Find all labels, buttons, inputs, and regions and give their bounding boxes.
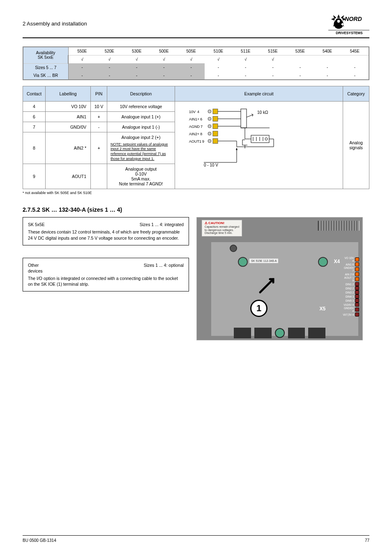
svg-rect-14 (213, 116, 218, 121)
terminal-label: DIN5 3 (342, 299, 354, 302)
avail-cell: - (123, 63, 150, 72)
pin-cell (91, 164, 107, 189)
table-header: PIN (91, 86, 107, 101)
avail-cell: - (96, 63, 123, 72)
svg-point-11 (208, 132, 211, 135)
desc-line: Analogue output (125, 166, 157, 171)
svg-text:AIN2+8: AIN2+8 (189, 132, 202, 136)
box-left-label: Other devices (28, 262, 43, 274)
svg-text:AIN1+6: AIN1+6 (189, 117, 202, 121)
avail-check (314, 56, 341, 64)
terminal-label: GND/0V 4 (342, 307, 354, 312)
avail-cell: - (286, 63, 314, 72)
avail-cell: - (314, 72, 341, 80)
terminal-label: AIN 2 8 (342, 273, 354, 276)
avail-cell: - (96, 72, 123, 80)
avail-cell: - (314, 63, 341, 72)
svg-rect-15 (213, 124, 218, 129)
terminal-label: DIN4 3 (342, 295, 354, 298)
logo-text-bottom: DRIVESYSTEMS (336, 31, 363, 35)
pin-cell: + (91, 111, 107, 122)
table-header: Category (343, 86, 369, 101)
avail-check: √ (150, 56, 178, 64)
avail-cell: - (68, 63, 96, 72)
contact-cell: 9 (23, 164, 46, 189)
box-right-text: integrated (164, 222, 184, 227)
contact-cell: 8 (23, 132, 46, 164)
avail-cell: - (232, 72, 259, 80)
avail-cell: - (150, 72, 178, 80)
screw-icon (275, 328, 285, 338)
avail-cell: - (259, 63, 286, 72)
box-body: The I/O option is integrated or connecte… (28, 275, 184, 287)
desc-line: 0-10V (135, 171, 147, 176)
avail-cell: - (178, 72, 205, 80)
arrow-icon (258, 274, 278, 294)
svg-rect-16 (213, 131, 218, 136)
desc-cell: Analogue input 2 (+) NOTE: setpoint valu… (107, 132, 175, 164)
avail-cell: - (286, 72, 314, 80)
svg-text:AOUT19: AOUT19 (189, 139, 204, 143)
svg-line-20 (247, 115, 253, 117)
avail-check: √ (178, 56, 205, 64)
svg-point-9 (208, 117, 211, 120)
avail-col: 505E (178, 47, 205, 56)
avail-row-label: Via SK … BR (23, 72, 68, 80)
doc-id: BU 0500 GB-1314 (23, 538, 56, 543)
availability-title: Availability SK 5xxE (23, 47, 68, 63)
avail-check: √ (123, 56, 150, 64)
pin-cell: 10 V (91, 101, 107, 111)
table-header: Labelling (46, 86, 91, 101)
barcode (318, 221, 359, 231)
connector-x5-label: X5 (320, 306, 326, 312)
desc-line: Note terminal 7 AGND! (119, 181, 163, 186)
label-cell: VO 10V (46, 101, 91, 111)
box-right-label: Sizes 1 ... 4: (140, 222, 164, 227)
diagram-pot-label: 10 kΩ (257, 110, 268, 115)
info-box-other: Other devices Sizes 1 ... 4: optional Th… (23, 258, 189, 292)
desc-cell: 10V reference voltage (107, 101, 175, 111)
terminal-label: DIN2 2 (342, 287, 354, 290)
category-cell: Analog signals (343, 101, 369, 189)
caution-line: to dangerous voltages. (205, 229, 239, 232)
avail-cell: - (123, 72, 150, 80)
avail-cell: - (205, 72, 232, 80)
avail-col: 530E (123, 47, 150, 56)
caution-line: Discharge time 5 min. (205, 231, 239, 235)
example-circuit-diagram: 10V4 AIN1+6 AGND7 AIN2+8 AOUT19 (175, 101, 343, 189)
avail-check (341, 56, 369, 64)
section-heading: 2.7.5.2 SK … 132-340-A (sizes 1 … 4) (23, 206, 369, 213)
avail-col: 545E (341, 47, 369, 56)
avail-check: √ (205, 56, 232, 64)
caution-line: Capacitors remain charged (205, 225, 239, 229)
avail-cell: - (178, 63, 205, 72)
avail-col: 535E (286, 47, 314, 56)
terminal-label: AIN1 6 (342, 263, 354, 266)
label-cell: AIN1 (46, 111, 91, 122)
connection-table: Contact Labelling PIN Description Exampl… (23, 86, 369, 190)
svg-point-10 (208, 125, 211, 128)
avail-col: 540E (314, 47, 341, 56)
desc-line: 5mA max. (131, 176, 151, 181)
header-divider (23, 37, 369, 38)
box-left-label: SK 5x5E (28, 222, 45, 227)
table-header: Contact (23, 86, 46, 101)
device-model-label: SK 515E 112-340-A (249, 259, 278, 263)
connector-x4-label: X4 (334, 259, 340, 264)
contact-cell: 6 (23, 111, 46, 122)
lower-two-column: SK 5x5E Sizes 1 ... 4: integrated These … (23, 217, 369, 340)
svg-text:10V4: 10V4 (189, 110, 199, 114)
terminal-label: GND/0V 7 (342, 266, 354, 272)
caution-label: ⚠ CAUTION! Capacitors remain charged to … (202, 220, 242, 236)
terminal-label: VO 10V 4 (342, 257, 354, 262)
avail-cell: - (341, 63, 369, 72)
svg-rect-13 (213, 109, 218, 114)
desc-line: Analogue input 2 (+) (111, 135, 171, 140)
contact-cell: 4 (23, 101, 46, 111)
terminal-label: VI/7,5V 4 (342, 313, 354, 316)
svg-point-8 (208, 110, 211, 113)
box-right-text: optional (168, 263, 184, 268)
terminal-label: VI/24V 4 (342, 303, 354, 306)
avail-cell: - (150, 63, 178, 72)
label-cell: AOUT1 (46, 164, 91, 189)
